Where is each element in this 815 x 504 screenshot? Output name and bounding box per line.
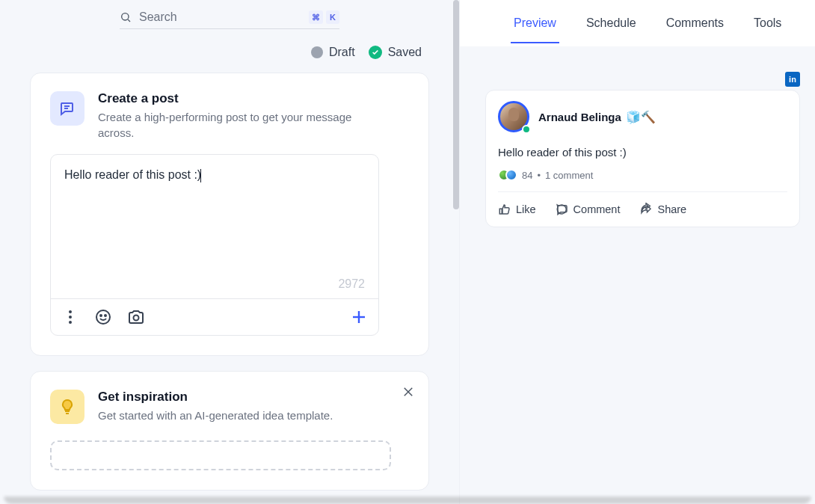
status-saved: Saved [369, 46, 422, 59]
preview-author-row: Arnaud Belinga 🧊🔨 [498, 101, 787, 132]
create-post-header: Create a post Create a high-performing p… [50, 91, 409, 141]
emoji-button[interactable] [94, 308, 112, 326]
scrollbar[interactable] [453, 0, 459, 209]
composer-toolbar [51, 298, 378, 335]
inspiration-subtitle: Get started with an AI-generated idea te… [98, 408, 333, 423]
create-post-card: Create a post Create a high-performing p… [30, 73, 429, 356]
post-preview-card: Arnaud Belinga 🧊🔨 Hello reader of this p… [485, 90, 800, 227]
inspiration-title: Get inspiration [98, 390, 333, 405]
svg-point-9 [105, 315, 106, 316]
inspiration-card: Get inspiration Get started with an AI-g… [30, 371, 429, 491]
post-composer: Hello reader of this post :) 2972 [50, 154, 379, 336]
svg-point-5 [69, 316, 72, 319]
search-bar[interactable]: Search ⌘ K [120, 10, 339, 29]
char-counter: 2972 [338, 277, 365, 291]
lightbulb-icon [50, 390, 84, 424]
preview-body: Hello reader of this post :) [498, 146, 787, 159]
inspiration-dropzone[interactable] [50, 440, 391, 470]
preview-pane: Preview Schedule Comments Tools in Arnau… [459, 0, 815, 504]
author-name[interactable]: Arnaud Belinga [538, 111, 621, 123]
comments-count[interactable]: 1 comment [545, 170, 593, 181]
status-row: Draft Saved [0, 46, 459, 59]
close-inspiration-button[interactable] [402, 385, 415, 399]
tab-tools[interactable]: Tools [751, 3, 784, 43]
saved-check-icon [369, 46, 382, 59]
comment-button[interactable]: Comment [556, 203, 621, 216]
kbd-k: K [326, 10, 339, 24]
comment-label: Comment [573, 203, 621, 215]
post-textarea[interactable]: Hello reader of this post :) 2972 [51, 155, 378, 298]
svg-point-0 [122, 13, 129, 20]
create-post-title: Create a post [98, 91, 367, 106]
share-button[interactable]: Share [639, 203, 686, 216]
more-options-button[interactable] [61, 308, 79, 326]
svg-line-1 [128, 19, 130, 22]
create-post-subtitle: Create a high-performing post to get you… [98, 109, 367, 141]
saved-label: Saved [388, 46, 422, 59]
tabs-bar: Preview Schedule Comments Tools [460, 0, 815, 46]
author-avatar[interactable] [498, 101, 529, 132]
like-icon [498, 203, 511, 216]
editor-pane: Search ⌘ K Draft Saved Create a post Cre… [0, 0, 459, 504]
reactions-icon[interactable] [498, 169, 517, 181]
like-label: Like [516, 203, 536, 215]
search-shortcut: ⌘ K [309, 10, 339, 24]
linkedin-icon: in [785, 72, 800, 87]
presence-indicator-icon [522, 125, 531, 134]
kbd-cmd: ⌘ [309, 10, 323, 24]
inspiration-header: Get inspiration Get started with an AI-g… [50, 390, 409, 424]
preview-meta: 84 • 1 comment [498, 169, 787, 181]
svg-point-6 [69, 321, 72, 324]
comment-icon [556, 203, 569, 216]
create-post-icon [50, 91, 84, 126]
reactions-count[interactable]: 84 [522, 170, 532, 181]
author-emoji: 🧊🔨 [626, 111, 656, 123]
status-draft: Draft [311, 46, 355, 59]
tab-comments[interactable]: Comments [663, 3, 727, 43]
search-placeholder: Search [139, 10, 309, 24]
tab-schedule[interactable]: Schedule [583, 3, 639, 43]
like-button[interactable]: Like [498, 203, 536, 216]
svg-point-7 [96, 310, 110, 324]
tab-preview[interactable]: Preview [511, 3, 559, 43]
svg-point-10 [134, 316, 139, 321]
camera-button[interactable] [127, 308, 145, 326]
draft-label: Draft [329, 46, 355, 59]
svg-point-4 [69, 310, 72, 313]
add-button[interactable] [350, 308, 368, 326]
svg-point-8 [100, 315, 102, 316]
search-icon [120, 11, 132, 23]
preview-actions: Like Comment Share [498, 191, 787, 216]
share-icon [639, 203, 653, 216]
post-text: Hello reader of this post :) [64, 168, 201, 181]
draft-dot-icon [311, 46, 323, 58]
share-label: Share [657, 203, 686, 215]
